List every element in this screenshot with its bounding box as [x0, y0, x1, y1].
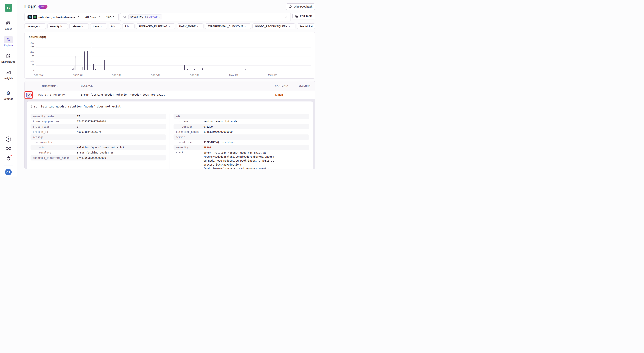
y-axis-label: 300	[26, 42, 34, 44]
attribute-row[interactable]: severityERROR	[174, 145, 309, 150]
attribute-row[interactable]: namesentry.javascript.node	[174, 119, 309, 124]
chevron-down-icon	[98, 16, 100, 18]
tree-elbow	[36, 141, 38, 143]
expand-row-button[interactable]	[26, 93, 31, 98]
attribute-key: trace_flags	[33, 125, 77, 128]
broadcast-button[interactable]	[6, 146, 11, 151]
page-header: Logs beta Give Feedback	[24, 4, 315, 10]
attribute-row[interactable]: parameter	[30, 140, 166, 145]
attribute-row[interactable]: severity_number17	[30, 114, 166, 119]
filter-chip[interactable]: releaseis...	[69, 23, 89, 29]
y-axis-label: 250	[26, 46, 34, 49]
chart-bar[interactable]	[76, 56, 76, 70]
tree-elbow	[39, 146, 41, 148]
give-feedback-button[interactable]: Give Feedback	[286, 4, 315, 10]
sidebar-item-insights[interactable]: Insights	[4, 69, 13, 80]
filter-chip[interactable]: EXPERIMENTAL_CHECKOUT>...	[205, 23, 251, 29]
page-filters: unborked, unborked-server All Envs 14D	[24, 13, 118, 21]
project-selector[interactable]: unborked, unborked-server	[24, 13, 82, 21]
chart-plot-area[interactable]: Apr 21stApr 23rdApr 25thApr 27thApr 29th…	[36, 42, 311, 70]
row-timestamp: May 1, 2:46:19 PM	[38, 93, 66, 96]
attribute-value: 9.12.0	[204, 125, 213, 128]
attribute-row[interactable]: 0relation "goods" does not exist	[30, 145, 166, 150]
inbox-icon	[4, 20, 13, 27]
attribute-key: severity_number	[33, 115, 77, 118]
y-axis-label: 50	[26, 64, 34, 67]
attribute-row[interactable]: trace_flags0	[30, 124, 166, 129]
attribute-key: observed_timestamp_nanos	[33, 156, 77, 159]
attribute-value: sentry.javascript.node	[204, 120, 237, 123]
sidebar-item-issues[interactable]: Issues	[4, 20, 13, 30]
attribute-row[interactable]: server	[174, 134, 309, 140]
environment-selector[interactable]: All Envs	[82, 13, 103, 21]
search-input[interactable]: severityiserror×	[120, 13, 291, 21]
attribute-row[interactable]: templateError fetching goods: %s	[30, 150, 166, 155]
filter-chip[interactable]: 1is...	[122, 23, 134, 29]
page-title: Logs	[24, 4, 36, 10]
chart-bar[interactable]	[91, 47, 92, 70]
x-axis-label: Apr 23rd	[69, 74, 86, 76]
attribute-row[interactable]: version9.12.0	[174, 124, 309, 129]
filter-chip[interactable]: See full list	[297, 23, 315, 29]
attribute-row[interactable]: message	[30, 134, 166, 140]
chevron-down-icon	[28, 94, 30, 96]
help-button[interactable]: ?	[6, 137, 11, 142]
attribute-row[interactable]: observed_timestamp_nanos1746135983000000…	[30, 155, 166, 160]
attribute-row[interactable]: addressJ12PWN42YQ.localdomain	[174, 140, 309, 145]
chart-bar[interactable]	[84, 52, 85, 70]
notification-dot	[10, 155, 12, 156]
attribute-row[interactable]: sdk	[174, 114, 309, 119]
filter-chip[interactable]: 0is...	[109, 23, 121, 29]
whats-new-button[interactable]	[6, 156, 11, 161]
column-header-severity[interactable]: SEVERITY	[299, 85, 311, 87]
gridline	[36, 57, 311, 57]
column-header-timestamp[interactable]: TIMESTAMP ↓	[42, 85, 58, 88]
attribute-key: project_id	[33, 130, 77, 133]
sidebar-item-explore[interactable]: Explore	[4, 36, 13, 47]
chart-bar[interactable]	[88, 51, 88, 70]
clear-search-icon[interactable]	[285, 16, 288, 19]
search-icon	[123, 15, 126, 19]
attribute-row[interactable]: stackerror: relation "goods" does not ex…	[174, 150, 309, 169]
user-avatar[interactable]: CA	[5, 169, 12, 175]
chart-bar[interactable]	[184, 65, 185, 70]
sidebar-item-dashboards[interactable]: Dashboards	[1, 53, 15, 63]
chart-bar[interactable]	[84, 60, 84, 70]
attribute-row[interactable]: timestamp_precise1746135979897000000	[30, 119, 166, 124]
attribute-key: timestamp_nanos	[176, 130, 204, 133]
attribute-row[interactable]: timestamp_nanos1746135979897000000	[174, 129, 309, 135]
filter-chips-row: messageis...severityis...releaseis...tra…	[24, 23, 315, 29]
chart-bar[interactable]	[104, 60, 104, 70]
chart-bar[interactable]	[82, 67, 83, 70]
chart-bar[interactable]	[73, 68, 74, 70]
attribute-key: 0	[39, 146, 77, 149]
attribute-key: parameter	[36, 141, 77, 144]
chart-bar[interactable]	[135, 68, 135, 70]
chart-bar[interactable]	[74, 66, 74, 70]
gridline	[36, 43, 311, 43]
sidebar-item-label: Explore	[4, 44, 13, 47]
table-row[interactable]: May 1, 2:46:19 PM Error fetching goods: …	[24, 91, 315, 99]
sidebar-item-settings[interactable]: ⚙ Settings	[4, 90, 13, 100]
filter-chip[interactable]: GOODS_PRODUCTQUERY>...	[252, 23, 295, 29]
edit-table-button[interactable]: Edit Table	[292, 13, 315, 19]
search-token-severity[interactable]: severityiserror×	[128, 15, 162, 20]
x-axis-label: Apr 25th	[108, 74, 125, 76]
column-header-cartdata[interactable]: CARTDATA	[275, 85, 288, 87]
filter-chip[interactable]: messageis...	[24, 23, 46, 29]
filter-chip[interactable]: traceis...	[90, 23, 107, 29]
column-header-message[interactable]: MESSAGE	[81, 85, 93, 87]
filter-chip[interactable]: DARK_MODE>...	[177, 23, 204, 29]
y-axis-label: 100	[26, 59, 34, 62]
chart-bar[interactable]	[75, 59, 75, 70]
project-selector-value: unborked, unborked-server	[38, 16, 75, 19]
filter-chip[interactable]: ADVANCED_FILTERING>...	[136, 23, 175, 29]
sort-desc-icon: ↓	[56, 85, 58, 88]
date-range-selector[interactable]: 14D	[103, 13, 118, 21]
attribute-key: server	[176, 136, 204, 139]
attribute-value: 17	[77, 115, 80, 118]
org-logo[interactable]: B	[5, 4, 12, 12]
remove-token-icon[interactable]: ×	[159, 16, 160, 19]
attribute-row[interactable]: project_id4509118548606976	[30, 129, 166, 135]
filter-chip[interactable]: severityis...	[48, 23, 68, 29]
